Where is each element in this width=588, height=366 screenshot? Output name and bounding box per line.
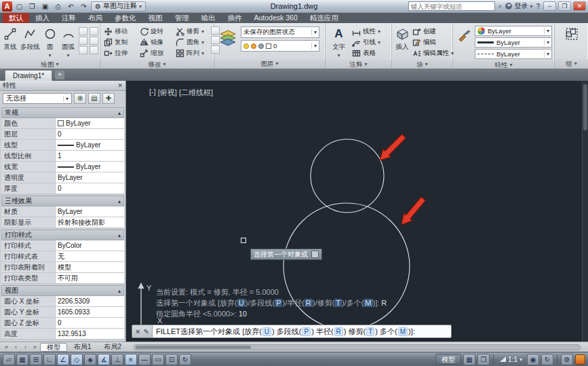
property-value[interactable]: 132.9513: [56, 329, 124, 339]
draw-more-tools[interactable]: [79, 27, 99, 54]
search-icon[interactable]: ⌕: [497, 2, 504, 10]
save-icon[interactable]: ▣: [39, 1, 51, 12]
edit-attributes-button[interactable]: 编辑属性▾: [412, 48, 454, 58]
model-space-button[interactable]: 模型: [435, 354, 461, 365]
command-line-bar[interactable]: ✕ ✎ FILLET 选择第一个对象或 [放弃(U) 多段线(P) 半径(R) …: [132, 325, 452, 338]
drawing-quickview-button[interactable]: ❒: [477, 354, 490, 365]
collapse-icon[interactable]: ▴: [118, 198, 121, 204]
palette-section-三维效果[interactable]: 三维效果▴: [1, 196, 124, 206]
customize-icon[interactable]: ✎: [144, 328, 149, 335]
insert-block-button[interactable]: 插入: [394, 24, 410, 52]
selection-cycling-toggle[interactable]: ↻: [179, 354, 191, 365]
property-value[interactable]: 1605.0933: [56, 307, 124, 317]
close-button[interactable]: ✕: [573, 1, 586, 11]
cmd-option-key[interactable]: R: [305, 299, 313, 307]
search-input[interactable]: [408, 1, 495, 11]
ribbon-tab-视图[interactable]: 视图: [142, 13, 169, 23]
ribbon-tab-默认[interactable]: 默认: [3, 13, 29, 23]
collapse-icon[interactable]: ▴: [118, 232, 121, 238]
draw-tool-icon[interactable]: [79, 27, 87, 35]
stretch-button[interactable]: 拉伸: [102, 48, 137, 58]
scrollbar-thumb[interactable]: [583, 84, 587, 130]
palette-section-常规[interactable]: 常规▴: [1, 107, 124, 118]
linetype-dropdown[interactable]: ByLayer ▾: [475, 49, 552, 59]
redo-icon[interactable]: ↷: [78, 1, 90, 12]
close-icon[interactable]: ✕: [135, 328, 140, 335]
cmd-option-key[interactable]: U: [237, 299, 246, 307]
ortho-mode-toggle[interactable]: ∟: [43, 354, 56, 365]
toggle-pickadd-button[interactable]: ⊕: [74, 93, 86, 104]
clean-screen-button[interactable]: [575, 354, 585, 365]
cmd-option-key[interactable]: T: [334, 299, 342, 307]
last-layout-button[interactable]: »: [31, 344, 39, 350]
draw-tool-icon[interactable]: [79, 46, 87, 54]
ribbon-tab-参数化[interactable]: 参数化: [109, 13, 142, 23]
plot-icon[interactable]: ⎙: [52, 1, 64, 12]
group-button[interactable]: [560, 24, 583, 42]
move-button[interactable]: 移动: [102, 26, 137, 37]
object-snap-tracking-toggle[interactable]: ∡: [98, 354, 110, 365]
horizontal-scrollbar[interactable]: [134, 344, 581, 350]
layout-quickview-button[interactable]: ▦: [463, 354, 475, 365]
cmd-option-key[interactable]: P: [302, 327, 311, 336]
edit-block-button[interactable]: 编辑: [412, 37, 454, 48]
3d-object-snap-toggle[interactable]: ◈: [84, 354, 96, 365]
palette-section-打印样式[interactable]: 打印样式▴: [1, 230, 124, 240]
property-value[interactable]: ByLayer: [56, 140, 124, 150]
layer-properties-button[interactable]: [216, 24, 239, 50]
new-drawing-tab-button[interactable]: +: [55, 71, 64, 79]
trim-button[interactable]: 修剪▾: [174, 26, 209, 37]
polar-tracking-toggle[interactable]: ∠: [57, 354, 69, 365]
maximize-button[interactable]: ❐: [558, 1, 571, 11]
draw-tool-icon[interactable]: [90, 37, 98, 45]
cmd-option-key[interactable]: P: [275, 299, 282, 307]
linear-dimension-button[interactable]: 线性▾: [352, 26, 380, 37]
grid-display-toggle[interactable]: ⊞: [30, 354, 42, 365]
property-value[interactable]: ByLayer: [56, 172, 124, 183]
text-button[interactable]: A 文字 ▾: [328, 24, 350, 58]
select-objects-button[interactable]: ▤: [88, 93, 100, 104]
next-layout-button[interactable]: ›: [21, 344, 30, 350]
tab-layout1[interactable]: 布局1: [68, 343, 98, 352]
property-value[interactable]: 0: [56, 129, 124, 139]
property-value[interactable]: ByLayer: [56, 118, 124, 128]
infer-constraints-toggle[interactable]: ▱: [3, 354, 15, 365]
palette-header[interactable]: 特性 ✕: [0, 81, 125, 91]
arc-button[interactable]: 圆弧 ▾: [60, 24, 77, 58]
ribbon-tab-插入[interactable]: 插入: [29, 13, 56, 23]
layer-dropdown[interactable]: 0 ▾: [241, 40, 319, 52]
draw-tool-icon[interactable]: [90, 46, 98, 54]
palette-section-视图[interactable]: 视图▴: [1, 285, 124, 296]
groups-panel-expander[interactable]: 组 ▾: [555, 59, 588, 69]
block-panel-expander[interactable]: 块 ▾: [392, 60, 452, 69]
layer-freeze-icon[interactable]: [251, 43, 256, 49]
table-button[interactable]: 表格: [352, 48, 380, 58]
cmd-option-key[interactable]: M: [364, 299, 372, 307]
layer-state-dropdown[interactable]: 未保存的图层状态 ▾: [241, 26, 319, 38]
ribbon-tab-管理[interactable]: 管理: [169, 13, 195, 23]
draw-panel-expander[interactable]: 绘图 ▾: [0, 60, 100, 69]
ribbon-tab-布局[interactable]: 布局: [82, 13, 109, 23]
property-value[interactable]: 不可用: [56, 273, 124, 283]
annotation-autoscale-button[interactable]: ↻: [541, 354, 553, 365]
selection-dropdown[interactable]: 无选择 ▾: [3, 93, 72, 104]
array-button[interactable]: 阵列▾: [174, 48, 209, 58]
minimize-button[interactable]: –: [543, 1, 556, 11]
scale-button[interactable]: 缩放: [138, 48, 173, 58]
cmd-option-key[interactable]: U: [262, 327, 271, 336]
ribbon-tab-精选应用[interactable]: 精选应用: [304, 13, 345, 23]
fillet-button[interactable]: 圆角▾: [174, 37, 209, 48]
tab-model[interactable]: 模型: [40, 343, 67, 352]
rotate-button[interactable]: 旋转: [138, 26, 173, 37]
layer-on-icon[interactable]: [243, 43, 249, 49]
lineweight-toggle[interactable]: —: [138, 354, 151, 365]
prev-layout-button[interactable]: ‹: [12, 344, 20, 350]
layers-panel-expander[interactable]: 图层 ▾: [214, 59, 325, 69]
quick-select-button[interactable]: ✚: [102, 93, 115, 104]
layer-lock-icon[interactable]: [258, 43, 264, 49]
property-value[interactable]: 模型: [56, 262, 124, 272]
property-value[interactable]: ByLayer: [56, 162, 124, 172]
command-line-grip[interactable]: ✕ ✎: [132, 325, 153, 337]
transparency-toggle[interactable]: ▭: [152, 354, 164, 365]
match-properties-button[interactable]: [455, 24, 473, 42]
